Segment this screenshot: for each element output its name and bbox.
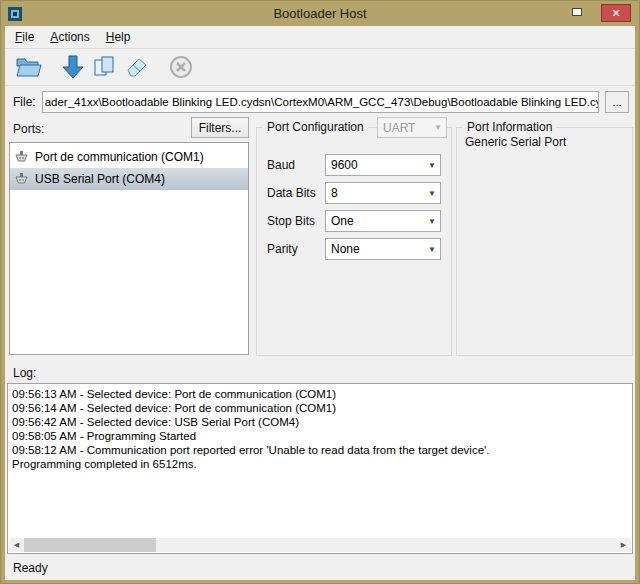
parity-value: None: [331, 242, 360, 256]
middle-section: Ports: Filters... Port de communication …: [5, 114, 635, 362]
program-button[interactable]: [57, 52, 89, 82]
protocol-value: UART: [383, 121, 415, 135]
verify-pages-icon: [94, 55, 116, 79]
client-area: File Actions Help: [5, 26, 635, 580]
chevron-down-icon: ▼: [424, 245, 440, 254]
erase-button[interactable]: [121, 52, 153, 82]
open-file-button[interactable]: [13, 52, 45, 82]
verify-button[interactable]: [89, 52, 121, 82]
parity-label: Parity: [267, 242, 325, 256]
app-icon: [8, 7, 22, 21]
port-information-title: Port Information: [463, 120, 556, 134]
port-information-group: Port Information Generic Serial Port: [456, 127, 633, 356]
log-line: 09:58:12 AM - Communication port reporte…: [12, 443, 628, 457]
minimize-icon: [572, 8, 582, 16]
status-text: Ready: [13, 561, 48, 575]
port-configuration-title: Port Configuration: [263, 120, 368, 134]
menu-bar: File Actions Help: [5, 26, 635, 49]
file-path-input[interactable]: ader_41xx\Bootloadable Blinking LED.cyds…: [42, 91, 599, 113]
parity-dropdown[interactable]: None ▼: [325, 238, 441, 260]
baud-label: Baud: [267, 158, 325, 172]
close-icon: ✕: [611, 7, 620, 20]
port-item-com1[interactable]: Port de communication (COM1): [10, 146, 248, 168]
log-label: Log:: [5, 362, 635, 380]
filters-button[interactable]: Filters...: [191, 117, 249, 138]
file-row: File: ader_41xx\Bootloadable Blinking LE…: [5, 86, 635, 114]
data-bits-value: 8: [331, 186, 338, 200]
menu-help[interactable]: Help: [98, 27, 139, 47]
baud-value: 9600: [331, 158, 358, 172]
abort-button: [165, 52, 197, 82]
data-bits-dropdown[interactable]: 8 ▼: [325, 182, 441, 204]
port-configuration-group: Port Configuration UART ▼ Baud 9600 ▼ Da…: [256, 127, 452, 356]
chevron-down-icon: ▼: [424, 161, 440, 170]
ports-label: Ports:: [13, 122, 44, 136]
minimize-button[interactable]: [565, 4, 589, 20]
port-item-label: Port de communication (COM1): [35, 150, 204, 164]
port-item-com4[interactable]: USB Serial Port (COM4): [10, 168, 248, 190]
stop-bits-value: One: [331, 214, 354, 228]
abort-icon: [169, 55, 193, 79]
log-output[interactable]: 09:56:13 AM - Selected device: Port de c…: [7, 383, 633, 554]
toolbar: [5, 49, 635, 86]
bootloader-host-window: Bootloader Host ✕ File Actions Help: [0, 0, 640, 584]
eraser-icon: [125, 56, 149, 78]
serial-port-icon: [14, 151, 29, 164]
menu-file[interactable]: File: [7, 27, 42, 47]
log-line: 09:56:14 AM - Selected device: Port de c…: [12, 401, 628, 415]
log-horizontal-scrollbar[interactable]: ◀ ▶: [9, 538, 631, 552]
window-title: Bootloader Host: [5, 6, 635, 21]
log-line: 09:56:13 AM - Selected device: Port de c…: [12, 387, 628, 401]
status-bar: Ready: [5, 556, 635, 580]
baud-dropdown[interactable]: 9600 ▼: [325, 154, 441, 176]
scroll-left-icon[interactable]: ◀: [9, 538, 24, 552]
titlebar[interactable]: Bootloader Host ✕: [5, 1, 635, 26]
menu-actions[interactable]: Actions: [42, 27, 97, 47]
stop-bits-label: Stop Bits: [267, 214, 325, 228]
log-line: 09:58:05 AM - Programming Started: [12, 429, 628, 443]
data-bits-label: Data Bits: [267, 186, 325, 200]
port-item-label: USB Serial Port (COM4): [35, 172, 165, 186]
file-label: File:: [13, 95, 36, 109]
browse-button[interactable]: ...: [605, 91, 629, 113]
chevron-down-icon: ▼: [424, 217, 440, 226]
chevron-down-icon: ▼: [424, 189, 440, 198]
close-button[interactable]: ✕: [601, 4, 631, 22]
chevron-down-icon: ▼: [430, 123, 446, 132]
ports-list: Port de communication (COM1) USB Serial …: [9, 142, 249, 355]
log-line: Programming completed in 6512ms.: [12, 457, 628, 471]
scrollbar-thumb[interactable]: [24, 538, 156, 552]
protocol-dropdown: UART ▼: [377, 117, 447, 138]
stop-bits-dropdown[interactable]: One ▼: [325, 210, 441, 232]
log-line: 09:56:42 AM - Selected device: USB Seria…: [12, 415, 628, 429]
scroll-right-icon[interactable]: ▶: [616, 538, 631, 552]
open-folder-icon: [16, 56, 42, 78]
program-arrow-icon: [62, 55, 84, 79]
serial-port-icon: [14, 173, 29, 186]
